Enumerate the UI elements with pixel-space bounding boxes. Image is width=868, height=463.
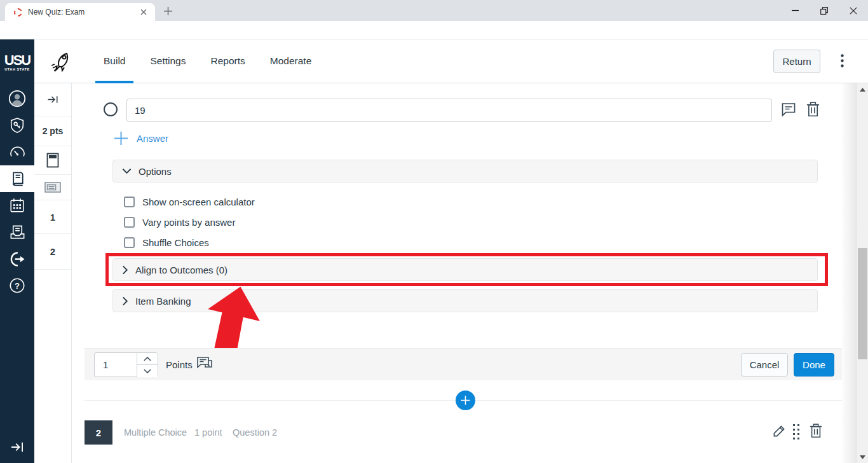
question-circle-icon: ? xyxy=(9,277,25,294)
question-2-delete-button[interactable] xyxy=(809,423,823,438)
calendar-icon xyxy=(9,197,25,214)
checkbox-vary-points[interactable] xyxy=(124,217,135,228)
scrollbar-thumb[interactable] xyxy=(858,248,867,359)
nav-admin[interactable] xyxy=(0,112,34,139)
points-input[interactable] xyxy=(94,352,137,377)
global-nav: USU UTAH STATE xyxy=(0,39,34,463)
points-decrement-button[interactable] xyxy=(137,365,158,377)
rail-question-1[interactable]: 1 xyxy=(34,200,71,234)
question-2-number-tile[interactable]: 2 xyxy=(85,420,112,445)
tab-build[interactable]: Build xyxy=(95,39,133,83)
chevron-down-icon xyxy=(144,369,151,373)
rail-expand-button[interactable] xyxy=(34,83,71,116)
plus-icon xyxy=(461,396,470,405)
header-kebab-icon[interactable] xyxy=(841,54,844,67)
arrow-to-bar-icon xyxy=(10,441,24,453)
question-2-edit-button[interactable] xyxy=(772,424,787,438)
pencil-icon xyxy=(772,424,787,438)
checkbox-vary-points-label: Vary points by answer xyxy=(142,217,235,228)
checkbox-row-shuffle[interactable]: Shuffle Choices xyxy=(124,235,209,249)
rail-item-stimulus[interactable] xyxy=(34,175,71,200)
scroll-up-icon[interactable] xyxy=(857,85,868,94)
browser-tab[interactable]: New Quiz: Exam xyxy=(5,3,155,21)
book-icon xyxy=(9,170,26,188)
window-close-button[interactable] xyxy=(839,0,868,21)
answer-delete-button[interactable] xyxy=(806,101,820,117)
checkbox-shuffle[interactable] xyxy=(124,237,135,248)
item-banking-label: Item Banking xyxy=(135,296,191,307)
question-feedback-button[interactable] xyxy=(196,356,213,372)
points-increment-button[interactable] xyxy=(137,353,158,365)
options-label: Options xyxy=(139,166,172,177)
browser-toolbar: usu.instructure.com/courses/562682/assig… xyxy=(0,21,868,39)
inbox-icon xyxy=(9,224,26,241)
gauge-icon xyxy=(9,144,26,161)
shield-key-icon xyxy=(9,117,25,134)
nav-calendar[interactable] xyxy=(0,192,34,219)
answer-radio[interactable] xyxy=(104,102,118,116)
plus-icon xyxy=(114,131,128,146)
scrollbar[interactable] xyxy=(857,83,868,463)
nav-dashboard[interactable] xyxy=(0,139,34,165)
nav-help[interactable]: ? xyxy=(0,272,34,299)
nav-commons[interactable] xyxy=(0,245,34,272)
tab-title: New Quiz: Exam xyxy=(28,8,139,17)
browser-tabstrip: New Quiz: Exam xyxy=(0,0,868,21)
total-points-badge: 2 pts xyxy=(34,116,71,146)
checkbox-shuffle-label: Shuffle Choices xyxy=(142,237,209,248)
window-restore-button[interactable] xyxy=(810,0,839,21)
question-rail: 2 pts 1 2 xyxy=(34,83,72,463)
quiz-tabs: Build Settings Reports Moderate xyxy=(95,39,328,83)
return-button[interactable]: Return xyxy=(773,50,820,73)
arrow-circle-icon xyxy=(9,251,26,268)
usu-logo[interactable]: USU UTAH STATE xyxy=(0,39,34,85)
add-question-button[interactable] xyxy=(456,390,475,410)
canvas-new-quiz-favicon-icon xyxy=(14,8,22,17)
stimulus-card-icon xyxy=(44,182,61,193)
add-answer-label: Answer xyxy=(137,133,168,144)
scroll-down-icon[interactable] xyxy=(857,452,868,462)
content-gutter xyxy=(842,83,857,463)
avatar-icon xyxy=(8,90,26,107)
trash-icon xyxy=(806,101,820,117)
checkbox-calculator-label: Show on-screen calculator xyxy=(142,197,255,207)
tab-reports[interactable]: Reports xyxy=(202,39,253,83)
nav-inbox[interactable] xyxy=(0,219,34,245)
answer-input[interactable] xyxy=(126,99,772,122)
nav-courses[interactable] xyxy=(0,165,34,192)
points-label: Points xyxy=(166,349,193,381)
chevron-up-icon xyxy=(144,357,151,361)
svg-text:?: ? xyxy=(15,281,20,291)
question-2-drag-handle[interactable] xyxy=(793,424,800,439)
window-minimize-button[interactable] xyxy=(780,0,810,21)
rail-item-title[interactable] xyxy=(34,146,71,175)
checkbox-row-vary-points[interactable]: Vary points by answer xyxy=(124,215,235,229)
checkbox-row-calculator[interactable]: Show on-screen calculator xyxy=(124,195,255,209)
global-nav-expand-button[interactable] xyxy=(0,436,34,458)
double-comment-bubble-icon xyxy=(196,356,213,372)
title-card-icon xyxy=(46,153,59,168)
rail-question-2[interactable]: 2 xyxy=(34,234,71,270)
rocket-icon xyxy=(48,49,74,74)
arrow-to-bar-icon xyxy=(46,95,59,104)
new-tab-button[interactable] xyxy=(161,4,174,17)
editor-footer: Points Cancel Done xyxy=(85,348,842,380)
points-stepper xyxy=(137,352,158,377)
cancel-button[interactable]: Cancel xyxy=(741,353,788,377)
item-banking-toggle[interactable]: Item Banking xyxy=(112,289,818,312)
answer-feedback-button[interactable] xyxy=(781,102,796,117)
checkbox-calculator[interactable] xyxy=(124,197,135,207)
drag-dots-icon xyxy=(793,424,800,439)
tab-close-icon[interactable] xyxy=(139,7,149,17)
trash-icon xyxy=(809,423,823,438)
add-answer-button[interactable]: Answer xyxy=(114,131,168,146)
tab-settings[interactable]: Settings xyxy=(142,39,194,83)
done-button[interactable]: Done xyxy=(794,353,834,377)
question-2-title: Question 2 xyxy=(233,420,277,445)
comment-bubble-icon xyxy=(781,102,796,117)
options-toggle[interactable]: Options xyxy=(112,160,818,183)
annotation-highlight-box xyxy=(105,253,828,286)
chevron-right-icon xyxy=(122,296,128,306)
nav-account[interactable] xyxy=(0,85,34,112)
tab-moderate[interactable]: Moderate xyxy=(262,39,320,83)
